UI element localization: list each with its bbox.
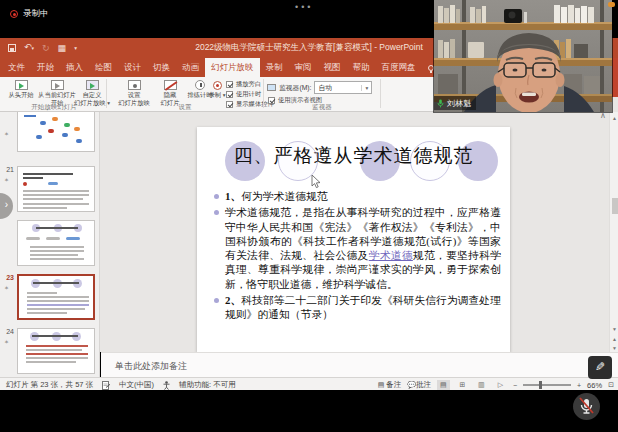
hyperlink[interactable]: 学术道德 bbox=[369, 249, 413, 261]
scrollbar-thumb[interactable] bbox=[612, 198, 618, 214]
tab-home[interactable]: 开始 bbox=[31, 58, 60, 77]
monitor-dropdown-label: 监视器(M): bbox=[279, 83, 311, 93]
bullet-item: 学术道德规范，是指在从事科学研究的过程中，应严格遵守中华人民共和国《宪法》《著作… bbox=[225, 205, 501, 291]
lightbulb-icon bbox=[428, 65, 434, 71]
checkbox-icon bbox=[226, 81, 233, 88]
tab-transitions[interactable]: 切换 bbox=[147, 58, 176, 77]
screen: 录制中 ••• ↶▾ ↻ ▦ ▾ 2022级物电学院硕士研究生入学教育[兼容模式… bbox=[0, 0, 618, 432]
zoom-slider-thumb[interactable] bbox=[539, 381, 542, 389]
setup-label-1: 设置 bbox=[128, 91, 141, 98]
participant-name-tag: 刘林魁 bbox=[434, 96, 476, 110]
language-status[interactable]: 中文(中国) bbox=[119, 380, 154, 390]
next-slide-icon[interactable]: ▼ bbox=[610, 345, 618, 351]
recording-label: 录制中 bbox=[23, 8, 49, 20]
slide-canvas[interactable]: 四、严格遵从学术道德规范 1、何为学术道德规范 学术道德规范，是指在从事科学研究… bbox=[197, 127, 510, 352]
mic-muted-icon bbox=[573, 393, 600, 420]
slide-sorter-view-button[interactable]: ⊞ bbox=[456, 380, 469, 390]
more-options-dots[interactable]: ••• bbox=[295, 2, 313, 12]
bullet-text: 何为学术道德规范 bbox=[241, 190, 327, 202]
tab-review[interactable]: 审阅 bbox=[289, 58, 318, 77]
fit-to-window-icon[interactable]: ⊡ bbox=[608, 381, 614, 389]
record-label: 录制 ▾ bbox=[208, 91, 225, 99]
annotation-pen-button[interactable]: ✎ bbox=[588, 356, 612, 379]
checkbox-icon bbox=[226, 91, 233, 98]
zoom-in-button[interactable]: + bbox=[577, 382, 581, 389]
normal-view-button[interactable]: ▤ bbox=[437, 380, 450, 390]
status-bar: 幻灯片 第 23 张，共 57 张 中文(中国) 辅助功能: 不可用 ▤ 备注 … bbox=[0, 377, 618, 390]
orange-indicator-dot bbox=[608, 2, 615, 7]
tab-slideshow[interactable]: 幻灯片放映 bbox=[205, 58, 260, 77]
reading-view-button[interactable]: ▥ bbox=[475, 380, 488, 390]
tab-view[interactable]: 视图 bbox=[318, 58, 347, 77]
group-divider bbox=[106, 79, 107, 108]
collapse-panel-handle[interactable]: › bbox=[0, 193, 13, 219]
slide-thumbnail[interactable] bbox=[17, 112, 95, 152]
notes-pane[interactable]: 单击此处添加备注 bbox=[101, 352, 618, 377]
setup-slideshow-button[interactable]: 设置 幻灯片放映 bbox=[114, 78, 154, 106]
workspace: ▲ ✶ 21 ✶ bbox=[0, 112, 618, 352]
bullet-item: 1、何为学术道德规范 bbox=[225, 189, 501, 203]
collapse-ribbon-chevron-icon[interactable]: ∧ bbox=[600, 111, 606, 120]
tab-design[interactable]: 设计 bbox=[118, 58, 147, 77]
notes-icon: ▤ bbox=[378, 381, 387, 388]
record-icon bbox=[213, 81, 222, 90]
tab-file[interactable]: 文件 bbox=[2, 58, 31, 77]
from-beginning-button[interactable]: 从头开始 bbox=[6, 78, 36, 98]
tab-insert[interactable]: 插入 bbox=[60, 58, 89, 77]
recording-dot-icon bbox=[10, 10, 18, 18]
slideshow-view-button[interactable]: ▷ bbox=[494, 380, 507, 390]
tab-draw[interactable]: 绘图 bbox=[89, 58, 118, 77]
mouse-cursor bbox=[311, 175, 321, 189]
from-beginning-label: 从头开始 bbox=[8, 91, 33, 98]
zoom-level[interactable]: 66% bbox=[587, 381, 602, 390]
group-label-monitors: 监视器 bbox=[265, 103, 379, 112]
zoom-out-button[interactable]: − bbox=[513, 382, 517, 389]
slide-body-textbox[interactable]: 1、何为学术道德规范 学术道德规范，是指在从事科学研究的过程中，应严格遵守中华人… bbox=[225, 189, 501, 324]
recording-indicator: 录制中 bbox=[10, 8, 49, 20]
tab-record[interactable]: 录制 bbox=[260, 58, 289, 77]
monitor-select[interactable]: 自动 ▾ bbox=[314, 81, 372, 94]
bullet-item: 2、科技部等二十二部门关于印发《科研失信行为调查处理规则》的通知（节录） bbox=[225, 293, 501, 322]
pen-icon: ✎ bbox=[595, 356, 605, 378]
mic-active-icon bbox=[437, 99, 444, 108]
scroll-up-icon[interactable]: ▲ bbox=[610, 115, 618, 121]
slide-thumbnail-panel: ▲ ✶ 21 ✶ bbox=[0, 112, 100, 377]
group-label-setup: 设置 bbox=[108, 103, 262, 112]
from-current-label-1: 从当前幻灯片 bbox=[38, 91, 76, 98]
hide-label-1: 隐藏 bbox=[164, 91, 177, 98]
comment-icon: 💬 bbox=[407, 381, 416, 388]
hide-slide-icon bbox=[164, 80, 177, 90]
microphone-muted-button[interactable] bbox=[573, 393, 600, 420]
from-current-slide-button[interactable]: 从当前幻灯片 开始 bbox=[37, 78, 77, 106]
slide-title[interactable]: 四、严格遵从学术道德规范 bbox=[197, 143, 510, 169]
record-button[interactable]: 录制 ▾ bbox=[206, 78, 228, 99]
thumbnail-number: 21 bbox=[0, 166, 14, 173]
slide-thumbnail[interactable] bbox=[17, 166, 95, 212]
slide-thumbnail[interactable] bbox=[17, 328, 95, 374]
scroll-down-icon[interactable]: ▼ bbox=[610, 326, 618, 332]
tab-help[interactable]: 帮助 bbox=[347, 58, 376, 77]
participant-video-window[interactable]: 刘林魁 bbox=[434, 0, 612, 112]
previous-slide-icon[interactable]: ▲ bbox=[610, 336, 618, 342]
meeting-bottom-bar bbox=[0, 390, 618, 432]
tab-animations[interactable]: 动画 bbox=[176, 58, 205, 77]
zoom-slider[interactable] bbox=[523, 384, 571, 386]
slide-counter[interactable]: 幻灯片 第 23 张，共 57 张 bbox=[6, 380, 93, 390]
notes-placeholder[interactable]: 单击此处添加备注 bbox=[115, 360, 187, 373]
play-from-current-icon bbox=[51, 80, 64, 90]
bullet-number: 2、 bbox=[225, 294, 241, 306]
vertical-scrollbar[interactable]: ▲ ▼ ▲ ▼ bbox=[609, 112, 618, 377]
participant-name: 刘林魁 bbox=[447, 98, 471, 109]
slide-thumbnail[interactable] bbox=[17, 220, 95, 266]
spellcheck-icon[interactable] bbox=[102, 381, 110, 390]
animation-star-icon: ✶ bbox=[4, 130, 9, 137]
group-divider bbox=[263, 79, 264, 108]
accessibility-status[interactable]: 辅助功能: 不可用 bbox=[179, 380, 236, 390]
hide-slide-button[interactable]: 隐藏 幻灯片 bbox=[156, 78, 184, 106]
slide-thumbnail-selected[interactable] bbox=[17, 274, 95, 320]
comments-toggle-button[interactable]: 💬批注 bbox=[407, 380, 431, 390]
notes-toggle-button[interactable]: ▤ 备注 bbox=[378, 380, 402, 390]
ribbon-group-monitors: 监视器(M): 自动 ▾ 使用演示者视图 监视器 bbox=[265, 77, 379, 112]
tab-baidu-netdisk[interactable]: 百度网盘 bbox=[376, 58, 422, 77]
custom-label-1: 自定义 bbox=[83, 91, 102, 98]
